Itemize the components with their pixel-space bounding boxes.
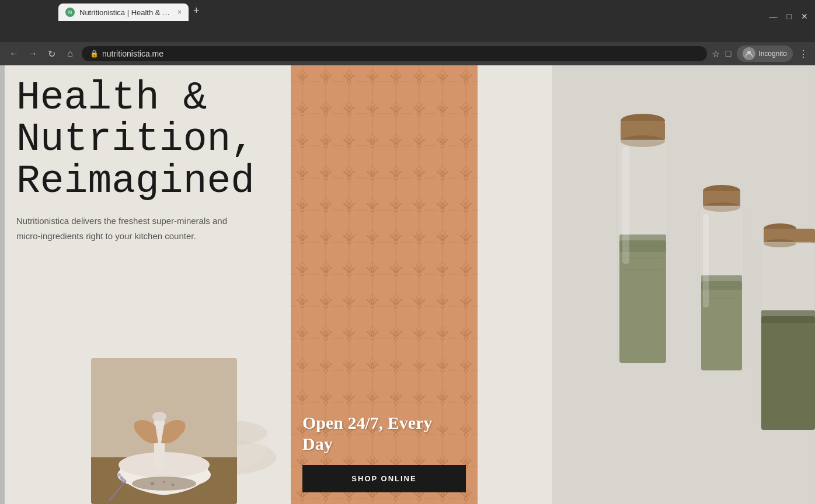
extensions-icon[interactable]: □ <box>726 48 732 59</box>
title-bar: N Nutritionistica | Health & Nutritio...… <box>0 0 815 21</box>
svg-rect-43 <box>703 214 709 307</box>
refresh-button[interactable]: ↻ <box>44 48 58 60</box>
hero-subtitle: Nutritionistica delivers the freshest su… <box>16 214 238 244</box>
lock-icon: 🔒 <box>90 50 99 58</box>
hero-title-line1: Health & <box>16 75 207 120</box>
tab-bar: N Nutritionistica | Health & Nutritio...… <box>0 0 815 21</box>
toolbar-right: ☆ □ Incognito ⋮ <box>712 46 808 62</box>
svg-point-15 <box>120 476 123 480</box>
webpage-content: Health & Nutrition, Reimagined Nutrition… <box>0 65 815 504</box>
incognito-badge[interactable]: Incognito <box>737 46 793 62</box>
new-tab-button[interactable]: + <box>189 5 204 17</box>
hero-title-line2: Nutrition, <box>16 117 255 162</box>
svg-point-12 <box>172 484 175 487</box>
window-controls: — □ ✕ <box>769 12 815 21</box>
incognito-avatar <box>743 47 755 60</box>
address-bar-row: ← → ↻ ⌂ 🔒 nutritionistica.me ☆ □ Incogni… <box>0 42 815 65</box>
open-hours-text: Open 24/7, Every Day <box>302 412 466 454</box>
active-tab[interactable]: N Nutritionistica | Health & Nutritio...… <box>58 4 189 21</box>
orange-panel: Open 24/7, Every Day SHOP ONLINE <box>291 65 478 504</box>
hero-title-line3: Reimagined <box>16 159 255 204</box>
tab-close-button[interactable]: × <box>177 8 182 16</box>
close-button[interactable]: ✕ <box>801 12 808 21</box>
svg-point-9 <box>132 477 196 491</box>
svg-rect-34 <box>622 147 629 264</box>
bookmark-icon[interactable]: ☆ <box>712 48 720 60</box>
tab-favicon: N <box>65 8 75 17</box>
shop-online-button[interactable]: SHOP ONLINE <box>302 465 466 492</box>
svg-point-11 <box>163 481 165 483</box>
maximize-button[interactable]: □ <box>787 12 792 21</box>
tab-title: Nutritionistica | Health & Nutritio... <box>79 8 173 17</box>
url-text: nutritionistica.me <box>102 49 163 58</box>
hero-title: Health & Nutrition, Reimagined <box>16 77 297 202</box>
mortar-pestle-image <box>91 358 237 504</box>
svg-rect-48 <box>761 316 815 430</box>
svg-point-10 <box>151 482 154 485</box>
herb-jars-svg <box>552 65 815 504</box>
minimize-button[interactable]: — <box>769 12 778 21</box>
browser-window: N Nutritionistica | Health & Nutritio...… <box>0 0 815 65</box>
svg-point-16 <box>117 473 121 477</box>
home-button[interactable]: ⌂ <box>63 48 77 59</box>
menu-icon[interactable]: ⋮ <box>799 48 808 60</box>
panel-bottom-content: Open 24/7, Every Day SHOP ONLINE <box>291 401 478 504</box>
forward-button[interactable]: → <box>26 48 40 59</box>
address-bar[interactable]: 🔒 nutritionistica.me <box>82 46 707 61</box>
herb-jars-area <box>552 65 815 504</box>
hero-text-area: Health & Nutrition, Reimagined Nutrition… <box>16 77 297 261</box>
svg-rect-49 <box>761 310 815 323</box>
main-content-area: Health & Nutrition, Reimagined Nutrition… <box>5 65 815 504</box>
left-accent-bar <box>0 65 5 504</box>
back-button[interactable]: ← <box>7 48 21 59</box>
svg-point-8 <box>152 412 166 421</box>
incognito-label: Incognito <box>758 50 787 58</box>
